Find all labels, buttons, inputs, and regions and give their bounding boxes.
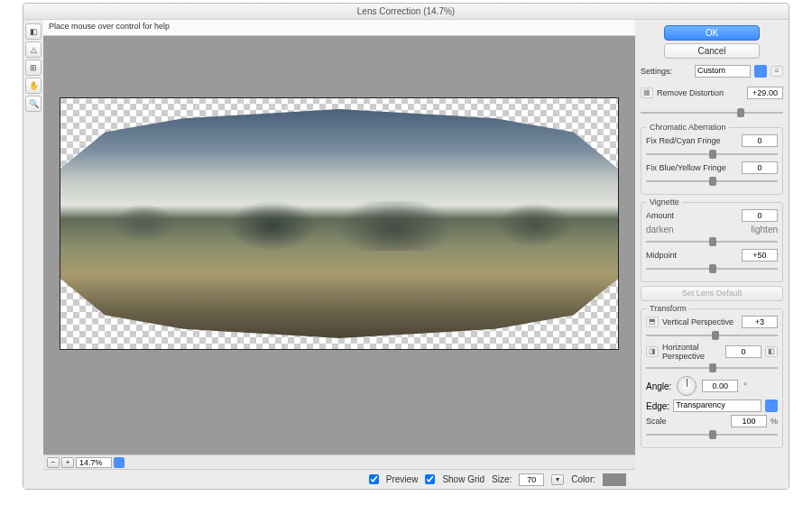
blue-fringe-slider[interactable] xyxy=(646,177,778,186)
scale-label: Scale xyxy=(646,417,727,426)
preview-checkbox[interactable] xyxy=(369,474,379,484)
zoom-bar: − + 14.7% xyxy=(43,454,635,469)
midpoint-input[interactable] xyxy=(742,249,778,262)
amount-label: Amount xyxy=(646,211,738,220)
zoom-dropdown-icon[interactable] xyxy=(114,457,125,468)
red-fringe-label: Fix Red/Cyan Fringe xyxy=(646,136,738,145)
preview-canvas[interactable] xyxy=(60,97,619,350)
angle-label: Angle: xyxy=(646,381,671,391)
cancel-button[interactable]: Cancel xyxy=(664,43,760,59)
dialog-body: ◧ △ ⊞ ✋ 🔍 Place mouse over control for h… xyxy=(23,20,789,489)
panorama-image xyxy=(60,109,618,338)
size-stepper-icon[interactable]: ▾ xyxy=(551,474,564,485)
transform-title: Transform xyxy=(647,304,689,313)
center-area: Place mouse over control for help − + 14… xyxy=(43,20,635,489)
amount-slider[interactable] xyxy=(646,237,778,246)
edge-label: Edge: xyxy=(646,401,669,411)
window-title: Lens Correction (14.7%) xyxy=(23,4,789,20)
canvas-area xyxy=(43,36,635,454)
hpersp-icon[interactable]: ◨ xyxy=(646,346,659,357)
size-label: Size: xyxy=(492,474,512,484)
tool-column: ◧ △ ⊞ ✋ 🔍 xyxy=(23,20,43,489)
color-label: Color: xyxy=(571,474,595,484)
lighten-label: lighten xyxy=(752,225,778,234)
chromatic-group: Chromatic Aberration Fix Red/Cyan Fringe… xyxy=(641,127,783,195)
red-fringe-input[interactable] xyxy=(742,134,778,147)
preview-label: Preview xyxy=(386,474,419,484)
straighten-tool-icon[interactable]: △ xyxy=(25,41,42,58)
hand-tool-icon[interactable]: ✋ xyxy=(25,78,42,94)
darken-label: darken xyxy=(646,225,674,234)
remove-distortion-slider[interactable] xyxy=(641,108,783,117)
vignette-title: Vignette xyxy=(647,197,682,207)
transform-group: Transform ⬒Vertical Perspective ◨Horizon… xyxy=(641,308,783,448)
help-hint: Place mouse over control for help xyxy=(43,20,635,36)
hpersp-icon-right[interactable]: ◧ xyxy=(765,346,778,357)
vpersp-slider[interactable] xyxy=(646,331,778,340)
vpersp-input[interactable] xyxy=(742,316,778,328)
midpoint-slider[interactable] xyxy=(646,264,778,273)
controls-panel: OK Cancel Settings: Custom ≡ ▦ Remove Di… xyxy=(635,20,789,489)
remove-distortion-input[interactable] xyxy=(747,87,783,99)
zoom-tool-icon[interactable]: 🔍 xyxy=(25,96,42,112)
angle-unit: ° xyxy=(743,381,747,390)
blue-fringe-label: Fix Blue/Yellow Fringe xyxy=(646,163,738,172)
ok-button[interactable]: OK xyxy=(664,25,760,41)
settings-label: Settings: xyxy=(641,67,691,76)
zoom-out-button[interactable]: − xyxy=(47,457,60,468)
set-lens-default-button[interactable]: Set Lens Default xyxy=(641,286,783,301)
angle-dial[interactable] xyxy=(677,376,697,396)
vignette-group: Vignette Amount darkenlighten Midpoint xyxy=(641,202,783,282)
settings-menu-icon[interactable]: ≡ xyxy=(770,66,783,77)
blue-fringe-input[interactable] xyxy=(742,161,778,174)
settings-dropdown-icon[interactable] xyxy=(754,65,767,78)
hpersp-slider[interactable] xyxy=(646,363,778,372)
vpersp-label: Vertical Perspective xyxy=(662,317,738,326)
scale-unit: % xyxy=(770,417,778,426)
zoom-value[interactable]: 14.7% xyxy=(76,457,112,468)
angle-input[interactable] xyxy=(702,380,738,392)
settings-value: Custom xyxy=(695,65,751,78)
lens-correction-dialog: Lens Correction (14.7%) ◧ △ ⊞ ✋ 🔍 Place … xyxy=(23,3,789,490)
edge-value: Transparency xyxy=(673,399,761,412)
midpoint-label: Midpoint xyxy=(646,251,738,260)
edge-dropdown-icon[interactable] xyxy=(765,399,778,412)
move-grid-tool-icon[interactable]: ⊞ xyxy=(25,60,42,76)
grid-size-input[interactable] xyxy=(519,473,544,486)
chromatic-title: Chromatic Aberration xyxy=(647,123,729,132)
showgrid-checkbox[interactable] xyxy=(425,474,435,484)
scale-slider[interactable] xyxy=(646,430,778,439)
scale-input[interactable] xyxy=(731,415,767,427)
amount-input[interactable] xyxy=(742,209,778,222)
vpersp-icon[interactable]: ⬒ xyxy=(646,317,659,327)
red-fringe-slider[interactable] xyxy=(646,150,778,159)
hpersp-input[interactable] xyxy=(725,345,761,358)
showgrid-label: Show Grid xyxy=(442,474,484,484)
remove-distortion-tool-icon[interactable]: ◧ xyxy=(25,23,42,40)
remove-distortion-label: Remove Distortion xyxy=(657,88,743,97)
zoom-in-button[interactable]: + xyxy=(61,457,74,468)
footer-bar: Preview Show Grid Size: ▾ Color: xyxy=(43,469,635,489)
grid-color-swatch[interactable] xyxy=(603,473,626,486)
distortion-preset-icon[interactable]: ▦ xyxy=(641,87,653,98)
hpersp-label: Horizontal Perspective xyxy=(662,343,722,361)
